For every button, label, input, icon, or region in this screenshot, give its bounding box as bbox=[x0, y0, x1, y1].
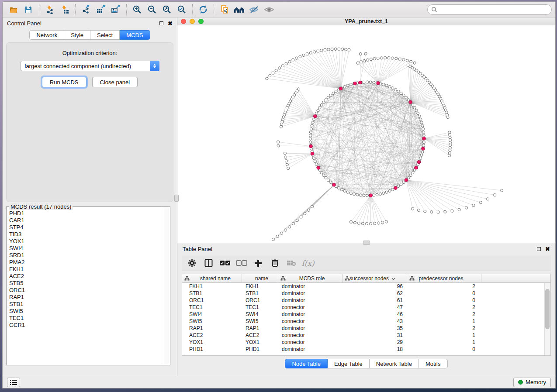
network-graph[interactable] bbox=[177, 25, 555, 243]
cell-mcds-role: dominator bbox=[278, 290, 343, 296]
column-header-name[interactable]: name bbox=[242, 274, 278, 282]
close-panel-icon[interactable]: ✖ bbox=[545, 246, 550, 252]
optimization-criterion-select[interactable]: largest connected component (undirected) bbox=[21, 61, 159, 71]
unselect-all-checkboxes-icon[interactable] bbox=[234, 257, 249, 270]
cell-predecessor-nodes: 2 bbox=[407, 325, 481, 331]
show-all-icon[interactable] bbox=[262, 3, 277, 16]
result-node: ACE2 bbox=[9, 273, 164, 280]
horizontal-splitter-grip[interactable] bbox=[363, 241, 370, 245]
cell-predecessor-nodes: 1 bbox=[407, 332, 481, 338]
maximize-window-icon[interactable] bbox=[198, 19, 204, 24]
tab-node-table[interactable]: Node Table bbox=[285, 359, 328, 368]
export-table-icon[interactable] bbox=[93, 3, 108, 16]
gear-icon[interactable] bbox=[184, 257, 199, 270]
column-view-icon[interactable] bbox=[201, 257, 216, 270]
mcds-result-list[interactable]: PHD1 CAR1 STP4 TID3 YOX1 SWI4 SRD1 PMA2 … bbox=[7, 207, 164, 364]
cell-name: ACE2 bbox=[242, 332, 278, 338]
vertical-splitter-grip[interactable] bbox=[174, 195, 179, 202]
select-all-checkboxes-icon[interactable] bbox=[218, 257, 232, 270]
export-network-icon[interactable] bbox=[79, 3, 93, 16]
dominator-node bbox=[409, 100, 412, 104]
cell-successor-nodes: 47 bbox=[343, 304, 407, 310]
hierarchy-icon bbox=[345, 276, 350, 282]
table-header-row: shared name name MCDS role successor nod… bbox=[182, 274, 550, 283]
tab-motifs[interactable]: Motifs bbox=[419, 359, 448, 368]
tab-edge-table[interactable]: Edge Table bbox=[328, 359, 370, 368]
delete-column-icon[interactable] bbox=[267, 257, 282, 270]
export-image-icon[interactable] bbox=[108, 3, 123, 16]
zoom-selected-icon[interactable] bbox=[174, 3, 189, 16]
result-node: STB5 bbox=[9, 280, 164, 287]
cell-successor-nodes: 62 bbox=[343, 290, 407, 296]
first-neighbors-icon[interactable] bbox=[232, 3, 247, 16]
zoom-in-icon[interactable] bbox=[130, 3, 145, 16]
cell-shared-name: SWI4 bbox=[182, 311, 242, 317]
table-row[interactable]: PHD1 PHD1 dominator 18 0 bbox=[182, 346, 550, 353]
table-row[interactable]: STB1 STB1 dominator 62 0 bbox=[182, 290, 550, 297]
table-scrollbar[interactable] bbox=[544, 283, 550, 355]
table-row[interactable]: YOX1 YOX1 connector 29 1 bbox=[182, 339, 550, 346]
close-panel-button[interactable]: Close panel bbox=[92, 77, 138, 87]
minimize-window-icon[interactable] bbox=[190, 19, 195, 24]
column-header-predecessor-nodes[interactable]: predecessor nodes bbox=[407, 274, 481, 282]
window-controls bbox=[181, 19, 204, 24]
table-row[interactable]: SWI5 SWI5 connector 43 1 bbox=[182, 318, 550, 325]
dominator-node bbox=[405, 179, 408, 182]
tab-style[interactable]: Style bbox=[64, 30, 90, 40]
add-column-icon[interactable] bbox=[251, 257, 266, 270]
search-input[interactable] bbox=[427, 4, 552, 15]
cell-shared-name: FKH1 bbox=[182, 283, 242, 289]
import-network-icon[interactable] bbox=[42, 3, 57, 16]
clone-network-icon[interactable] bbox=[217, 3, 232, 16]
result-node: RAP1 bbox=[9, 294, 164, 301]
float-panel-icon[interactable] bbox=[537, 247, 541, 251]
apply-layout-icon[interactable] bbox=[196, 3, 211, 16]
run-mcds-button[interactable]: Run MCDS bbox=[42, 77, 86, 87]
result-scrollbar[interactable] bbox=[164, 207, 170, 364]
result-node: TEC1 bbox=[9, 315, 164, 322]
cell-predecessor-nodes: 0 bbox=[407, 297, 481, 303]
column-header-mcds-role[interactable]: MCDS role bbox=[278, 274, 343, 282]
zoom-fit-icon[interactable] bbox=[159, 3, 174, 16]
toolbar-separator bbox=[214, 4, 214, 15]
close-panel-icon[interactable]: ✖ bbox=[168, 21, 173, 26]
float-panel-icon[interactable] bbox=[159, 21, 163, 25]
table-row[interactable]: FKH1 FKH1 dominator 96 2 bbox=[182, 283, 550, 290]
sort-descending-icon bbox=[391, 275, 395, 282]
toolbar-separator bbox=[192, 4, 193, 15]
network-window-titlebar[interactable]: YPA_prune.txt_1 bbox=[177, 17, 555, 25]
tab-select[interactable]: Select bbox=[90, 30, 120, 40]
delete-table-icon bbox=[284, 257, 299, 270]
import-table-icon[interactable] bbox=[57, 3, 72, 16]
save-session-icon[interactable] bbox=[21, 3, 36, 16]
column-header-successor-nodes[interactable]: successor nodes bbox=[343, 274, 407, 282]
scrollbar-thumb[interactable] bbox=[545, 289, 550, 329]
network-canvas[interactable] bbox=[177, 25, 555, 243]
result-node: ORC1 bbox=[9, 287, 164, 294]
memory-button[interactable]: Memory bbox=[513, 378, 551, 387]
column-header-shared-name[interactable]: shared name bbox=[182, 274, 242, 282]
result-node: PHD1 bbox=[9, 210, 164, 217]
table-row[interactable]: ORC1 ORC1 dominator 61 0 bbox=[182, 297, 550, 304]
hide-selected-icon[interactable] bbox=[247, 3, 262, 16]
table-row[interactable]: SWI4 SWI4 dominator 46 2 bbox=[182, 311, 550, 318]
table-row[interactable]: TEC1 TEC1 connector 47 2 bbox=[182, 304, 550, 311]
tab-network-table[interactable]: Network Table bbox=[370, 359, 419, 368]
result-node: FKH1 bbox=[9, 266, 164, 273]
cell-name: SWI5 bbox=[242, 318, 278, 324]
close-window-icon[interactable] bbox=[181, 19, 186, 24]
cell-name: SWI4 bbox=[242, 311, 278, 317]
right-pane: YPA_prune.txt_1 Table Panel ✖ bbox=[177, 17, 555, 376]
open-session-icon[interactable] bbox=[6, 3, 21, 16]
task-history-button[interactable] bbox=[7, 378, 20, 387]
tab-network[interactable]: Network bbox=[29, 30, 64, 40]
zoom-out-icon[interactable] bbox=[145, 3, 159, 16]
table-row[interactable]: ACE2 ACE2 connector 31 1 bbox=[182, 332, 550, 339]
dominator-node bbox=[422, 137, 426, 141]
dominator-node bbox=[377, 82, 380, 85]
control-tabs: Network Style Select MCDS bbox=[3, 29, 177, 42]
tab-mcds[interactable]: MCDS bbox=[120, 30, 150, 40]
table-row[interactable]: RAP1 RAP1 dominator 35 2 bbox=[182, 325, 550, 332]
toolbar-separator bbox=[75, 4, 76, 15]
dominator-node bbox=[417, 161, 421, 164]
